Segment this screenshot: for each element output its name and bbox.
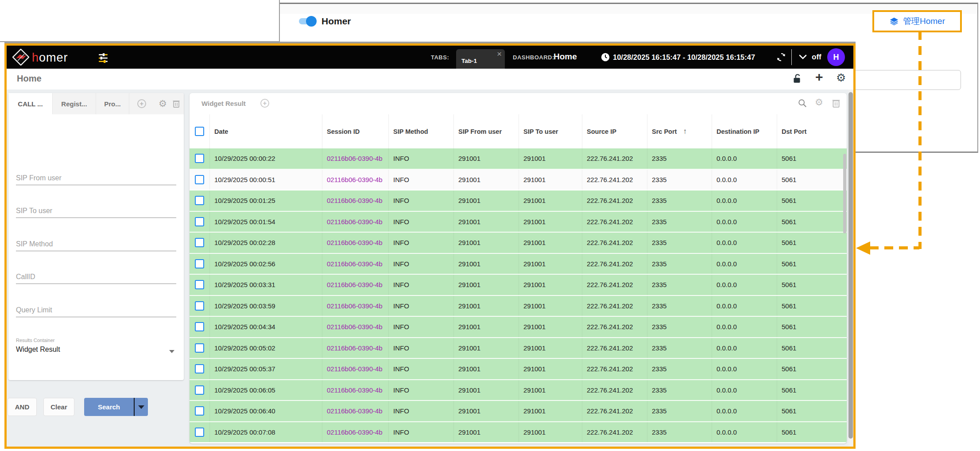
annotation-dashed-line-vertical: [918, 31, 922, 249]
row-checkbox[interactable]: [195, 175, 204, 184]
manage-homer-button[interactable]: 管理Homer: [872, 10, 962, 32]
table-row[interactable]: 10/29/2025 00:00:51 02116b06-0390-4b INF…: [190, 170, 847, 191]
table-row[interactable]: 10/29/2025 00:03:59 02116b06-0390-4b INF…: [190, 296, 847, 317]
cell-session-id[interactable]: 02116b06-0390-4b: [322, 170, 389, 190]
search-input[interactable]: SIP Method: [16, 218, 176, 251]
widget-settings-icon[interactable]: ⚙: [815, 97, 823, 108]
table-row[interactable]: 10/29/2025 00:06:05 02116b06-0390-4b INF…: [190, 380, 847, 401]
search-options-caret[interactable]: [135, 398, 148, 416]
table-row[interactable]: 10/29/2025 00:03:31 02116b06-0390-4b INF…: [190, 275, 847, 296]
time-range[interactable]: 10/28/2025 16:15:47 - 10/28/2025 16:15:4…: [613, 53, 755, 62]
cell-session-id[interactable]: 02116b06-0390-4b: [322, 338, 389, 358]
cell-session-id[interactable]: 02116b06-0390-4b: [322, 317, 389, 337]
table-row[interactable]: 10/29/2025 00:04:34 02116b06-0390-4b INF…: [190, 317, 847, 338]
table-row[interactable]: 10/29/2025 00:05:02 02116b06-0390-4b INF…: [190, 338, 847, 359]
search-input[interactable]: Query Limit: [16, 284, 176, 317]
col-header-date[interactable]: Date: [210, 114, 322, 148]
col-header-sip-to-user[interactable]: SIP To user: [519, 114, 582, 148]
search-input[interactable]: SIP From user: [16, 152, 176, 185]
cell-session-id[interactable]: 02116b06-0390-4b: [322, 233, 389, 253]
cell-session-id[interactable]: 02116b06-0390-4b: [322, 254, 389, 274]
search-button[interactable]: Search: [84, 398, 135, 416]
col-header-session-id[interactable]: Session ID: [322, 114, 389, 148]
clock-icon[interactable]: [600, 52, 610, 62]
dashboard-name[interactable]: Home: [554, 52, 577, 62]
row-checkbox[interactable]: [195, 238, 204, 247]
widget-add-icon[interactable]: +: [260, 99, 269, 108]
unlock-icon[interactable]: [791, 73, 803, 85]
cell-session-id[interactable]: 02116b06-0390-4b: [322, 296, 389, 316]
widget-scrollbar[interactable]: [843, 154, 846, 233]
search-input-label: SIP To user: [16, 207, 52, 215]
col-header-src-port[interactable]: Src Port↑: [647, 114, 712, 148]
cell-session-id[interactable]: 02116b06-0390-4b: [322, 275, 389, 295]
col-header-sip-method[interactable]: SIP Method: [389, 114, 454, 148]
chevron-down-icon[interactable]: [799, 54, 807, 60]
dashboard-settings-icon[interactable]: ⚙: [836, 71, 846, 84]
col-header-destination-ip[interactable]: Destination IP: [712, 114, 777, 148]
table-row[interactable]: 10/29/2025 00:02:28 02116b06-0390-4b INF…: [190, 233, 847, 254]
search-input[interactable]: SIP To user: [16, 185, 176, 218]
row-checkbox[interactable]: [195, 364, 204, 373]
table-row[interactable]: 10/29/2025 00:00:22 02116b06-0390-4b INF…: [190, 148, 847, 170]
cell-destination-ip: 0.0.0.0: [712, 170, 777, 190]
row-checkbox[interactable]: [195, 217, 204, 226]
tab-registration[interactable]: Regist...: [53, 93, 96, 114]
homer-toggle[interactable]: [299, 18, 314, 24]
cell-session-id[interactable]: 02116b06-0390-4b: [322, 191, 389, 211]
tune-icon[interactable]: [97, 52, 109, 63]
search-input-label: Query Limit: [16, 306, 52, 314]
refresh-icon[interactable]: [776, 52, 786, 62]
table-row[interactable]: 10/29/2025 00:07:08 02116b06-0390-4b INF…: [190, 422, 847, 443]
dashboard-label: DASHBOARD:: [513, 54, 554, 61]
row-checkbox[interactable]: [195, 385, 204, 395]
clear-button[interactable]: Clear: [43, 398, 74, 416]
annotation-dashed-line-horizontal: [870, 246, 919, 249]
cell-session-id[interactable]: 02116b06-0390-4b: [322, 212, 389, 232]
refresh-interval-value[interactable]: off: [812, 53, 821, 62]
row-checkbox[interactable]: [195, 259, 204, 268]
cell-session-id[interactable]: 02116b06-0390-4b: [322, 401, 389, 421]
sort-asc-icon[interactable]: ↑: [683, 127, 687, 136]
table-row[interactable]: 10/29/2025 00:06:40 02116b06-0390-4b INF…: [190, 401, 847, 422]
results-container-select[interactable]: Results Container Widget Result: [16, 338, 176, 359]
table-row[interactable]: 10/29/2025 00:05:37 02116b06-0390-4b INF…: [190, 359, 847, 380]
select-all-checkbox[interactable]: [195, 127, 204, 136]
col-header-dst-port[interactable]: Dst Port: [777, 114, 847, 148]
window-scrollbar-track[interactable]: [848, 89, 853, 447]
cell-session-id[interactable]: 02116b06-0390-4b: [322, 359, 389, 379]
search-input[interactable]: CallID: [16, 251, 176, 284]
tab-1[interactable]: Tab-1 ×: [456, 49, 505, 69]
col-header-sip-from-user[interactable]: SIP From user: [454, 114, 519, 148]
admin-text-input[interactable]: [851, 70, 961, 90]
row-checkbox[interactable]: [195, 154, 204, 163]
row-checkbox[interactable]: [195, 406, 204, 416]
panel-settings-icon[interactable]: ⚙: [159, 98, 167, 109]
cell-session-id[interactable]: 02116b06-0390-4b: [322, 148, 389, 169]
col-header-source-ip[interactable]: Source IP: [582, 114, 647, 148]
row-checkbox[interactable]: [195, 322, 204, 331]
widget-trash-icon[interactable]: [832, 98, 841, 108]
table-row[interactable]: 10/29/2025 00:01:25 02116b06-0390-4b INF…: [190, 191, 847, 212]
table-row[interactable]: 10/29/2025 00:02:56 02116b06-0390-4b INF…: [190, 254, 847, 275]
and-button[interactable]: AND: [8, 398, 37, 416]
row-checkbox[interactable]: [195, 343, 204, 353]
row-checkbox[interactable]: [195, 196, 204, 205]
panel-trash-icon[interactable]: [172, 99, 180, 108]
row-checkbox[interactable]: [195, 280, 204, 289]
tab-protocol[interactable]: Pro...: [96, 93, 129, 114]
homer-logo-icon[interactable]: [12, 49, 29, 66]
avatar[interactable]: H: [827, 48, 845, 66]
row-checkbox[interactable]: [195, 301, 204, 311]
row-checkbox-cell: [190, 170, 210, 190]
window-scrollbar-thumb[interactable]: [848, 92, 853, 439]
cell-session-id[interactable]: 02116b06-0390-4b: [322, 380, 389, 400]
table-row[interactable]: 10/29/2025 00:01:54 02116b06-0390-4b INF…: [190, 212, 847, 233]
tab-call[interactable]: CALL ...: [8, 93, 53, 114]
add-widget-icon[interactable]: +: [815, 70, 823, 85]
row-checkbox[interactable]: [195, 428, 204, 437]
widget-search-icon[interactable]: [798, 98, 807, 108]
cell-session-id[interactable]: 02116b06-0390-4b: [322, 422, 389, 443]
add-tab-icon[interactable]: +: [137, 99, 146, 108]
tab-close-icon[interactable]: ×: [497, 49, 502, 59]
